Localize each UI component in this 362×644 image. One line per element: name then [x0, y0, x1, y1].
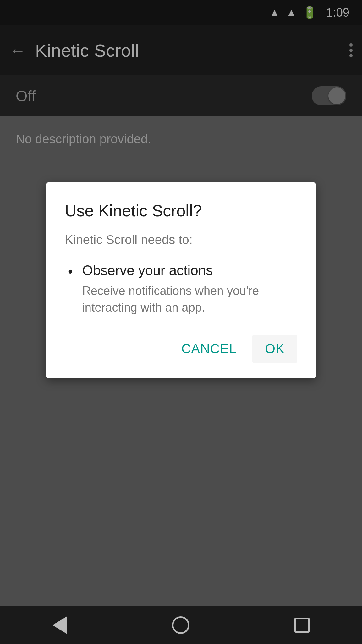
dialog-overlay: Use Kinetic Scroll? Kinetic Scroll needs… [0, 0, 362, 644]
nav-recents-button[interactable] [294, 618, 310, 633]
dialog-subtitle: Kinetic Scroll needs to: [65, 233, 297, 247]
permission-bullet: • [68, 264, 73, 280]
recents-square-icon [294, 618, 310, 633]
permission-dialog: Use Kinetic Scroll? Kinetic Scroll needs… [46, 182, 316, 378]
nav-bar [0, 606, 362, 644]
dialog-title: Use Kinetic Scroll? [65, 201, 297, 220]
dialog-buttons: CANCEL OK [65, 335, 297, 363]
nav-home-button[interactable] [172, 616, 189, 634]
cancel-button[interactable]: CANCEL [172, 335, 246, 363]
back-triangle-icon [52, 616, 67, 634]
home-circle-icon [172, 616, 189, 634]
nav-back-button[interactable] [52, 616, 67, 634]
permission-description: Receive notifications when you're intera… [82, 283, 297, 316]
permission-name: Observe your actions [82, 263, 297, 278]
dialog-permission-item: • Observe your actions Receive notificat… [65, 263, 297, 316]
permission-content: Observe your actions Receive notificatio… [82, 263, 297, 316]
ok-button[interactable]: OK [252, 335, 297, 363]
